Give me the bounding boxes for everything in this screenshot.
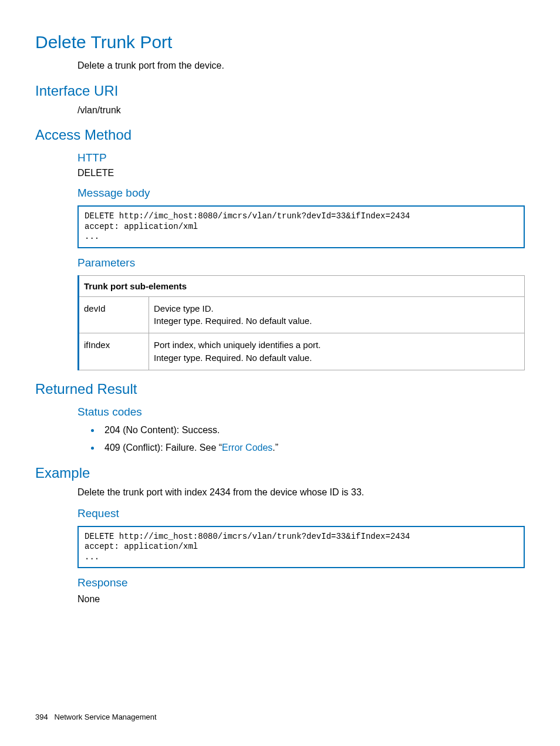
response-value: None: [77, 593, 525, 606]
request-code: DELETE http://imc_host:8080/imcrs/vlan/t…: [77, 526, 525, 569]
interface-uri-value: /vlan/trunk: [77, 104, 525, 117]
http-label: HTTP: [77, 151, 525, 164]
param-name: devId: [79, 296, 149, 333]
intro-text: Delete a trunk port from the device.: [77, 59, 525, 72]
status-text-after: .”: [272, 443, 278, 453]
table-row: devId Device type ID. Integer type. Requ…: [79, 296, 525, 333]
message-body-label: Message body: [77, 187, 525, 200]
parameters-label: Parameters: [77, 256, 525, 269]
returned-result-heading: Returned Result: [35, 381, 525, 397]
page-number: 394: [35, 713, 48, 721]
footer-section: Network Service Management: [55, 713, 157, 721]
interface-uri-heading: Interface URI: [35, 83, 525, 99]
param-desc: Device type ID. Integer type. Required. …: [149, 296, 525, 333]
page-title: Delete Trunk Port: [35, 32, 525, 52]
table-row: ifIndex Port index, which uniquely ident…: [79, 333, 525, 370]
response-label: Response: [77, 576, 525, 589]
request-label: Request: [77, 507, 525, 520]
status-text: 204 (No Content): Success.: [104, 425, 220, 435]
page-container: Delete Trunk Port Delete a trunk port fr…: [0, 0, 560, 746]
parameters-table: Trunk port sub-elements devId Device typ…: [77, 275, 525, 370]
http-method-value: DELETE: [77, 168, 525, 178]
param-table-header: Trunk port sub-elements: [79, 275, 525, 296]
status-text: 409 (Conflict): Failure. See “: [104, 443, 222, 453]
list-item: 204 (No Content): Success.: [101, 423, 525, 437]
access-method-heading: Access Method: [35, 127, 525, 143]
example-intro: Delete the trunk port with index 2434 fr…: [77, 486, 525, 499]
message-body-code: DELETE http://imc_host:8080/imcrs/vlan/t…: [77, 205, 525, 248]
status-code-list: 204 (No Content): Success. 409 (Conflict…: [101, 423, 525, 455]
page-footer: 394 Network Service Management: [35, 713, 157, 721]
param-desc: Port index, which uniquely identifies a …: [149, 333, 525, 370]
status-codes-label: Status codes: [77, 406, 525, 418]
list-item: 409 (Conflict): Failure. See “Error Code…: [101, 441, 525, 454]
param-name: ifIndex: [79, 333, 149, 370]
example-heading: Example: [35, 465, 525, 481]
error-codes-link[interactable]: Error Codes: [222, 443, 272, 453]
